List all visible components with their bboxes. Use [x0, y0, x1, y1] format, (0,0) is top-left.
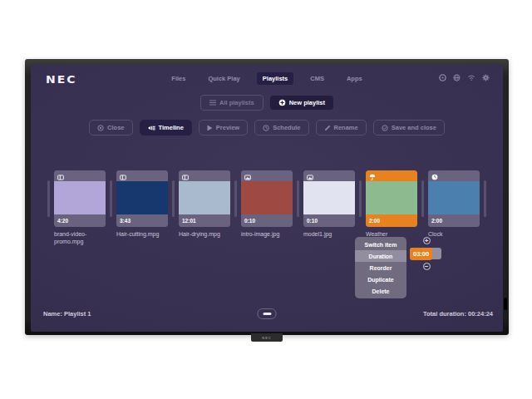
timeline-toolbar: Close Timeline Preview Schedule — [31, 120, 503, 135]
play-icon — [207, 125, 213, 131]
schedule-label: Schedule — [273, 124, 300, 131]
gear-icon[interactable] — [482, 74, 490, 81]
item-duration: 4:20 — [57, 218, 68, 224]
playlist-actions: All playlists New playlist — [31, 95, 503, 111]
save-and-close-label: Save and close — [392, 124, 436, 131]
timeline-item-hair-cutting[interactable]: 3:43 Hair-cutting.mpg — [116, 170, 168, 239]
tab-playlists[interactable]: Playlists — [257, 72, 293, 85]
close-circle-icon — [97, 125, 104, 131]
drag-handle[interactable] — [47, 180, 50, 217]
status-bar: Name: Playlist 1 Total duration: 00:24:2… — [31, 310, 503, 322]
item-name: intro-image.jpg — [241, 231, 293, 239]
timeline-item-weather[interactable]: 2:00 Weather — [366, 170, 417, 239]
item-duration: 2:00 — [369, 218, 380, 224]
menu-item-switch-item[interactable]: Switch item — [355, 239, 406, 250]
tab-quick-play[interactable]: Quick Play — [202, 72, 245, 85]
thumbnail — [54, 181, 106, 214]
new-playlist-label: New playlist — [289, 99, 325, 106]
menu-item-reorder[interactable]: Reorder — [355, 262, 406, 273]
plus-circle-icon — [278, 99, 286, 106]
nec-badge-label: NEC — [262, 336, 271, 340]
drag-handle[interactable] — [421, 180, 424, 217]
decrease-duration-button[interactable]: − — [423, 263, 431, 270]
item-duration: 0:10 — [244, 218, 255, 224]
all-playlists-button[interactable]: All playlists — [200, 95, 264, 111]
item-name: Hair-cutting.mpg — [116, 231, 168, 239]
minus-icon — [263, 313, 271, 315]
collapse-handle[interactable] — [258, 308, 277, 319]
thumbnail — [428, 181, 480, 214]
item-duration: 2:00 — [431, 218, 442, 224]
timeline-label: Timeline — [159, 124, 184, 131]
timeline-item-model1[interactable]: 0:10 model1.jpg — [303, 170, 355, 239]
thumbnail — [303, 181, 355, 214]
clock-icon — [263, 125, 269, 131]
preview-button[interactable]: Preview — [199, 120, 248, 135]
monitor-badge: NEC — [251, 333, 283, 342]
bezel-sensor — [504, 298, 507, 310]
preview-label: Preview — [216, 124, 239, 131]
usb-icon[interactable] — [439, 74, 446, 81]
drag-handle[interactable] — [297, 180, 299, 217]
total-duration: Total duration: 00:24:24 — [423, 310, 493, 318]
item-duration: 12:01 — [182, 218, 196, 224]
close-button[interactable]: Close — [89, 120, 132, 135]
pencil-icon — [324, 125, 331, 131]
wifi-icon[interactable] — [467, 74, 475, 81]
check-circle-icon — [382, 125, 388, 131]
thumbnail — [241, 181, 293, 214]
duration-value: 03:00 — [410, 248, 432, 260]
rename-button[interactable]: Rename — [316, 120, 367, 135]
menu-item-duplicate[interactable]: Duplicate — [355, 273, 406, 285]
clock-icon — [431, 170, 438, 184]
tab-files[interactable]: Files — [165, 72, 191, 85]
playlist-name: Name: Playlist 1 — [43, 310, 91, 318]
timeline-item-hair-drying[interactable]: 12:01 Hair-drying.mpg — [179, 170, 230, 239]
item-duration: 3:43 — [120, 218, 131, 224]
timeline-icon — [148, 125, 155, 131]
thumbnail — [179, 181, 230, 214]
thumbnail — [116, 181, 168, 214]
status-icon-group — [439, 74, 490, 81]
item-context-menu: Switch item Duration Reorder Duplicate D… — [355, 237, 406, 298]
duration-field[interactable]: 03:00 — [410, 248, 441, 259]
rename-label: Rename — [334, 124, 358, 131]
film-icon — [120, 170, 126, 184]
drag-handle[interactable] — [110, 180, 112, 217]
timeline-button[interactable]: Timeline — [140, 120, 192, 135]
item-name: Hair-drying.mpg — [179, 231, 230, 239]
item-name: model1.jpg — [303, 231, 355, 239]
timeline-item-clock[interactable]: 2:00 Clock — [428, 170, 480, 239]
film-icon — [182, 170, 189, 184]
duration-stepper: + 03:00 − — [410, 237, 443, 270]
schedule-button[interactable]: Schedule — [254, 120, 308, 135]
image-icon — [244, 170, 251, 184]
media-player-screen: NEC Files Quick Play Playlists CMS Apps — [31, 65, 503, 332]
item-name: brand-video-promo.mpg — [54, 231, 106, 245]
item-duration: 0:10 — [307, 218, 318, 224]
list-icon — [209, 100, 216, 106]
new-playlist-button[interactable]: New playlist — [270, 96, 333, 110]
image-icon — [307, 170, 313, 184]
film-icon — [57, 170, 64, 184]
all-playlists-label: All playlists — [219, 99, 254, 106]
close-label: Close — [107, 124, 124, 131]
menu-item-duration[interactable]: Duration — [355, 250, 406, 262]
timeline-strip: 4:20 brand-video-promo.mpg 3:43 Hair-cut… — [31, 170, 503, 245]
tab-apps[interactable]: Apps — [341, 72, 368, 85]
drag-handle[interactable] — [234, 180, 237, 217]
tab-cms[interactable]: CMS — [304, 72, 330, 85]
save-and-close-button[interactable]: Save and close — [373, 120, 445, 135]
nec-display: NEC Files Quick Play Playlists CMS Apps — [25, 59, 509, 335]
menu-item-delete[interactable]: Delete — [355, 285, 406, 297]
umbrella-icon — [369, 170, 376, 184]
top-nav: Files Quick Play Playlists CMS Apps — [31, 72, 503, 85]
globe-icon[interactable] — [453, 74, 461, 81]
drag-handle[interactable] — [172, 180, 175, 217]
drag-handle[interactable] — [359, 180, 362, 217]
thumbnail — [366, 181, 417, 214]
drag-handle[interactable] — [484, 180, 486, 217]
increase-duration-button[interactable]: + — [423, 237, 431, 244]
timeline-item-intro-image[interactable]: 0:10 intro-image.jpg — [241, 170, 293, 239]
timeline-item-brand-video[interactable]: 4:20 brand-video-promo.mpg — [54, 170, 106, 245]
